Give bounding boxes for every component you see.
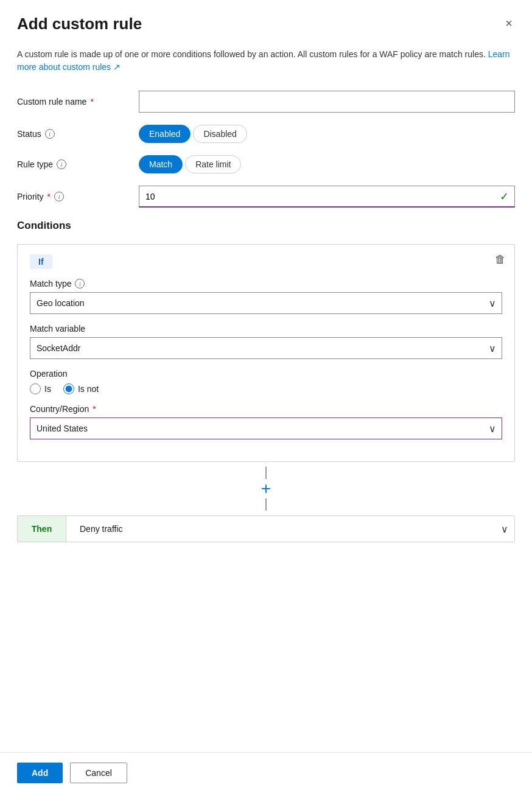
status-label: Status i <box>17 129 139 139</box>
modal-header: Add custom rule × <box>17 15 515 33</box>
country-region-select-wrap: United States China Russia United Kingdo… <box>30 417 502 439</box>
if-badge: If <box>30 254 52 269</box>
match-variable-select-wrap: SocketAddr RemoteAddr RequestHeader Requ… <box>30 337 502 359</box>
rule-type-label: Rule type i <box>17 159 139 169</box>
country-region-required: * <box>93 404 96 414</box>
status-enabled-button[interactable]: Enabled <box>139 125 191 143</box>
rule-type-match-button[interactable]: Match <box>139 155 183 173</box>
condition-card: If 🗑 Match type i Geo location IP addres… <box>17 244 515 462</box>
match-type-info-icon: i <box>75 279 85 288</box>
cancel-button[interactable]: Cancel <box>70 763 127 783</box>
then-row: Then Deny traffic Allow traffic Log traf… <box>17 515 515 542</box>
match-type-label: Match type i <box>30 279 502 288</box>
then-action-select[interactable]: Deny traffic Allow traffic Log traffic <box>74 516 514 542</box>
priority-label: Priority * i <box>17 192 139 201</box>
match-variable-select[interactable]: SocketAddr RemoteAddr RequestHeader Requ… <box>30 337 502 359</box>
conditions-section-title: Conditions <box>17 220 515 232</box>
connector-line-top <box>265 467 267 479</box>
rule-type-info-icon: i <box>57 159 66 169</box>
delete-condition-icon[interactable]: 🗑 <box>495 253 506 266</box>
add-button[interactable]: Add <box>17 763 63 783</box>
operation-is-not-label[interactable]: Is not <box>63 383 99 394</box>
priority-input[interactable] <box>139 186 515 208</box>
then-badge: Then <box>18 516 66 542</box>
modal-title: Add custom rule <box>17 15 142 33</box>
external-link-icon: ↗ <box>113 62 121 72</box>
custom-rule-name-input[interactable] <box>139 91 515 113</box>
status-info-icon: i <box>45 129 55 139</box>
custom-rule-name-row: Custom rule name * <box>17 91 515 113</box>
operation-is-not-radio[interactable] <box>63 383 74 394</box>
match-variable-label: Match variable <box>30 324 502 334</box>
operation-is-label[interactable]: Is <box>30 383 51 394</box>
custom-rule-name-label: Custom rule name * <box>17 97 139 107</box>
operation-label: Operation <box>30 369 502 379</box>
priority-valid-icon: ✓ <box>500 190 509 203</box>
required-indicator: * <box>90 97 93 107</box>
add-condition-button[interactable]: + <box>256 479 276 498</box>
close-button[interactable]: × <box>503 15 515 32</box>
match-type-select[interactable]: Geo location IP address Request header R… <box>30 292 502 314</box>
rule-type-toggle-group: Match Rate limit <box>139 155 515 173</box>
operation-radio-group: Is Is not <box>30 383 502 394</box>
priority-info-icon: i <box>54 192 64 201</box>
priority-required-indicator: * <box>47 192 51 201</box>
country-region-label: Country/Region * <box>30 404 502 414</box>
modal-container: Add custom rule × A custom rule is made … <box>0 0 532 793</box>
priority-input-wrap: ✓ <box>139 186 515 208</box>
match-type-select-wrap: Geo location IP address Request header R… <box>30 292 502 314</box>
connector-line-bottom <box>265 498 267 511</box>
description-text: A custom rule is made up of one or more … <box>17 48 515 74</box>
add-condition-connector: + <box>17 462 515 515</box>
rule-type-row: Rule type i Match Rate limit <box>17 155 515 173</box>
footer-buttons: Add Cancel <box>0 752 532 793</box>
then-select-wrap: Deny traffic Allow traffic Log traffic ∨ <box>74 516 514 542</box>
operation-is-radio[interactable] <box>30 383 41 394</box>
status-disabled-button[interactable]: Disabled <box>193 125 247 143</box>
status-row: Status i Enabled Disabled <box>17 125 515 143</box>
priority-row: Priority * i ✓ <box>17 186 515 208</box>
country-region-select[interactable]: United States China Russia United Kingdo… <box>30 417 502 439</box>
rule-type-rate-limit-button[interactable]: Rate limit <box>185 155 241 173</box>
status-toggle-group: Enabled Disabled <box>139 125 515 143</box>
